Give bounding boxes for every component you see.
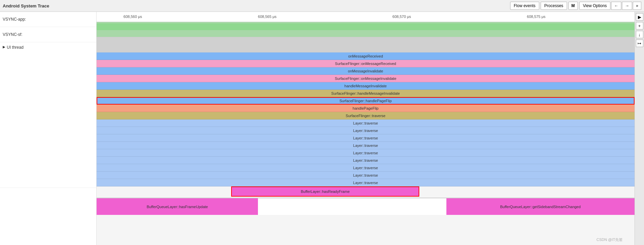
time-mark-2: 608,565 μs xyxy=(258,15,277,19)
event-sf-handlePageFlip[interactable]: SurfaceFlinger::handlePageFlip xyxy=(97,97,635,105)
event-sf-onMessageInvalidate[interactable]: SurfaceFlinger::onMessageInvalidate xyxy=(97,75,635,82)
ui-thread-arrow: ▶ xyxy=(3,45,5,49)
event-bufferLayer-hasReadyFrame[interactable]: BufferLayer::hasReadyFrame xyxy=(231,186,419,197)
right-tool-panel: ▶ + ↓ ↦ xyxy=(635,12,644,245)
event-bq-getSidebandStreamChanged[interactable]: BufferQueueLayer::getSidebandStreamChang… xyxy=(446,198,635,215)
sidebar-ui-thread: ▶ UI thread xyxy=(0,42,96,188)
time-ruler: 608,560 μs 608,565 μs 608,570 μs 608,575… xyxy=(97,12,635,22)
event-bq-hasFrameUpdate[interactable]: BufferQueueLayer::hasFrameUpdate xyxy=(97,198,258,215)
event-onMessageReceived[interactable]: onMessageReceived xyxy=(97,52,635,60)
zoom-out-button[interactable]: ↓ xyxy=(636,31,643,38)
event-handlePageFlip[interactable]: handlePageFlip xyxy=(97,105,635,112)
event-sf-onMessageReceived[interactable]: SurfaceFlinger::onMessageReceived xyxy=(97,60,635,67)
fit-button[interactable]: ↦ xyxy=(636,40,643,47)
ui-thread-track: onMessageReceived SurfaceFlinger::onMess… xyxy=(97,52,635,198)
processes-button[interactable]: Processes xyxy=(541,2,567,10)
cursor-tool-button[interactable]: ▶ xyxy=(636,13,643,21)
vsync-app-track xyxy=(97,22,635,37)
event-layer-traverse-3[interactable]: Layer::traverse xyxy=(97,134,635,142)
time-mark-1: 608,560 μs xyxy=(123,15,142,19)
event-layer-traverse-9[interactable]: Layer::traverse xyxy=(97,179,635,186)
flow-events-button[interactable]: Flow events xyxy=(510,2,539,10)
tracks-area: onMessageReceived SurfaceFlinger::onMess… xyxy=(97,22,635,245)
vsync-app-label: VSYNC-app: xyxy=(3,17,26,22)
vsync-sf-label: VSYNC-sf: xyxy=(3,32,22,37)
event-layer-traverse-4[interactable]: Layer::traverse xyxy=(97,142,635,149)
sidebar: VSYNC-app: VSYNC-sf: ▶ UI thread xyxy=(0,12,97,245)
vsync-app-bar xyxy=(97,23,635,30)
event-layer-traverse-6[interactable]: Layer::traverse xyxy=(97,157,635,164)
watermark: CSDN @IT先签 xyxy=(597,237,623,242)
timeline-container: 608,560 μs 608,565 μs 608,570 μs 608,575… xyxy=(97,12,635,245)
event-onMessageInvalidate[interactable]: onMessageInvalidate xyxy=(97,67,635,75)
nav-right-button[interactable]: → xyxy=(622,2,632,10)
event-layer-traverse-1[interactable]: Layer::traverse xyxy=(97,119,635,127)
event-layer-traverse-5[interactable]: Layer::traverse xyxy=(97,149,635,157)
time-mark-4: 608,575 μs xyxy=(527,15,546,19)
main-area: VSYNC-app: VSYNC-sf: ▶ UI thread 608,560… xyxy=(0,12,644,245)
event-sf-handleMessageInvalidate[interactable]: SurfaceFlinger::handleMessageInvalidate xyxy=(97,90,635,97)
vsync-sf-track xyxy=(97,37,635,52)
expand-button[interactable]: » xyxy=(633,2,641,10)
view-options-button[interactable]: View Options xyxy=(579,2,610,10)
time-mark-3: 608,570 μs xyxy=(393,15,411,19)
event-handleMessageInvalidate[interactable]: handleMessageInvalidate xyxy=(97,82,635,90)
event-layer-traverse-8[interactable]: Layer::traverse xyxy=(97,172,635,179)
header: Android System Trace Flow events Process… xyxy=(0,0,644,12)
zoom-in-button[interactable]: + xyxy=(636,22,643,29)
m-button[interactable]: M xyxy=(568,2,578,10)
app-title: Android System Trace xyxy=(3,3,509,8)
sidebar-vsync-app: VSYNC-app: xyxy=(0,12,96,27)
sidebar-vsync-sf: VSYNC-sf: xyxy=(0,27,96,42)
nav-left-button[interactable]: ← xyxy=(611,2,621,10)
event-sf-traverse[interactable]: SurfaceFlinger::traverse xyxy=(97,112,635,119)
track-vsync-sf xyxy=(97,37,635,52)
bottom-track: BufferQueueLayer::hasFrameUpdate BufferQ… xyxy=(97,198,635,215)
track-vsync-app xyxy=(97,22,635,37)
event-layer-traverse-2[interactable]: Layer::traverse xyxy=(97,127,635,134)
event-layer-traverse-7[interactable]: Layer::traverse xyxy=(97,164,635,172)
ui-thread-label: UI thread xyxy=(7,45,23,50)
